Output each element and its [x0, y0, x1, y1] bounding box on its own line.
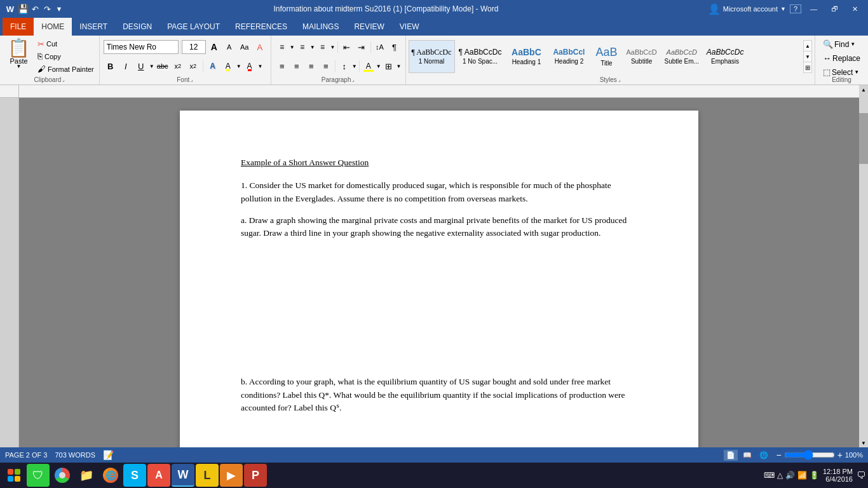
- zoom-in-button[interactable]: +: [837, 450, 843, 460]
- decrease-indent-button[interactable]: ⇤: [340, 40, 354, 54]
- style-emphasis[interactable]: AaBbCcDc Emphasis: [703, 40, 747, 73]
- web-layout-button[interactable]: 🌐: [757, 450, 771, 461]
- taskbar-app-browser[interactable]: 🌐: [99, 464, 122, 487]
- taskbar-app-ppt[interactable]: P: [244, 464, 267, 487]
- close-button[interactable]: ✕: [847, 4, 863, 15]
- document-scroll[interactable]: Example of a Short Answer Question 1. Co…: [19, 85, 859, 447]
- align-right-button[interactable]: ≡: [304, 59, 318, 73]
- style-title[interactable]: AaB Title: [590, 40, 622, 73]
- highlight-arrow[interactable]: ▼: [236, 64, 241, 69]
- styles-scroll-down[interactable]: ▼: [804, 51, 811, 62]
- minimize-button[interactable]: —: [805, 4, 822, 14]
- taskbar-app-orange[interactable]: ▶: [220, 464, 243, 487]
- format-painter-button[interactable]: 🖌 Format Painter: [36, 64, 95, 74]
- tab-home[interactable]: HOME: [34, 18, 72, 36]
- account-area[interactable]: 👤 Microsoft account ▼: [708, 3, 786, 15]
- subscript-button[interactable]: x2: [171, 59, 185, 73]
- bullets-arrow[interactable]: ▼: [290, 44, 295, 50]
- tab-insert[interactable]: INSERT: [72, 18, 115, 36]
- font-shrink-button[interactable]: A: [222, 40, 236, 54]
- shading-arrow[interactable]: ▼: [376, 64, 381, 69]
- print-layout-button[interactable]: 📄: [724, 450, 738, 461]
- scrollbar-down-button[interactable]: ▼: [859, 438, 868, 447]
- taskbar-app-acrobat[interactable]: A: [147, 464, 170, 487]
- network-icon[interactable]: △: [777, 471, 783, 480]
- tab-mailings[interactable]: MAILINGS: [295, 18, 346, 36]
- numbering-arrow[interactable]: ▼: [310, 44, 315, 50]
- underline-arrow[interactable]: ▼: [149, 64, 154, 69]
- taskbar-app-chrome[interactable]: [51, 464, 74, 487]
- zoom-slider[interactable]: [784, 450, 835, 460]
- borders-button[interactable]: ⊞: [382, 59, 396, 73]
- word-icon[interactable]: W: [5, 4, 15, 14]
- borders-arrow[interactable]: ▼: [397, 64, 402, 69]
- volume-icon[interactable]: 🔊: [785, 471, 795, 480]
- copy-button[interactable]: ⎘ Copy: [36, 51, 95, 62]
- scrollbar-thumb[interactable]: [859, 113, 868, 164]
- taskbar-app-word[interactable]: W: [172, 464, 194, 487]
- paste-button[interactable]: 📋 Paste ▼: [4, 38, 34, 75]
- superscript-button[interactable]: x2: [186, 59, 200, 73]
- style-subtitle[interactable]: AaBbCcD Subtitle: [623, 40, 660, 73]
- tab-design[interactable]: DESIGN: [115, 18, 159, 36]
- font-color-button[interactable]: A: [243, 59, 257, 73]
- scrollbar-up-button[interactable]: ▲: [859, 85, 868, 94]
- proofing-icon[interactable]: 📝: [103, 450, 114, 460]
- find-button[interactable]: 🔍 Find ▼: [820, 38, 863, 50]
- styles-expand-icon[interactable]: ⌟: [618, 77, 621, 83]
- sort-button[interactable]: ↕A: [373, 40, 387, 54]
- find-arrow[interactable]: ▼: [850, 41, 855, 47]
- font-expand-icon[interactable]: ⌟: [191, 77, 193, 83]
- multilevel-button[interactable]: ≡: [316, 40, 330, 54]
- select-arrow[interactable]: ▼: [854, 69, 859, 75]
- tab-references[interactable]: REFERENCES: [227, 18, 295, 36]
- restore-button[interactable]: 🗗: [826, 4, 843, 14]
- multilevel-arrow[interactable]: ▼: [330, 44, 336, 50]
- numbering-button[interactable]: ≡: [295, 40, 309, 54]
- tab-view[interactable]: VIEW: [392, 18, 427, 36]
- style-heading2[interactable]: AaBbCcl Heading 2: [548, 40, 590, 73]
- increase-indent-button[interactable]: ⇥: [355, 40, 369, 54]
- highlight-button[interactable]: A: [221, 59, 235, 73]
- save-icon[interactable]: 💾: [18, 4, 28, 14]
- change-case-button[interactable]: Aa: [238, 40, 252, 54]
- cut-button[interactable]: ✂ Cut: [36, 39, 95, 50]
- show-hide-button[interactable]: ¶: [388, 40, 402, 54]
- taskbar-app-store[interactable]: 🛡: [27, 464, 50, 487]
- tab-file[interactable]: FILE: [3, 18, 34, 36]
- tab-page-layout[interactable]: PAGE LAYOUT: [159, 18, 227, 36]
- help-button[interactable]: ?: [790, 4, 801, 13]
- font-grow-button[interactable]: A: [207, 40, 221, 54]
- text-effects-button[interactable]: A: [206, 59, 220, 73]
- taskbar-app-explorer[interactable]: 📁: [75, 464, 98, 487]
- clear-formatting-button[interactable]: A: [253, 40, 267, 54]
- keyboard-icon[interactable]: ⌨: [764, 471, 775, 480]
- strikethrough-button[interactable]: abc: [156, 59, 170, 73]
- font-size-input[interactable]: [182, 40, 206, 54]
- zoom-out-button[interactable]: −: [776, 450, 781, 460]
- tab-review[interactable]: REVIEW: [346, 18, 391, 36]
- account-arrow[interactable]: ▼: [780, 6, 786, 12]
- styles-more-button[interactable]: ⊞: [804, 62, 811, 72]
- battery-icon[interactable]: 🔋: [810, 471, 819, 480]
- action-center-icon[interactable]: 🗨: [857, 470, 865, 480]
- clock[interactable]: 12:18 PM 6/4/2016: [823, 468, 853, 483]
- font-name-input[interactable]: [104, 40, 179, 54]
- line-spacing-arrow[interactable]: ▼: [352, 64, 357, 69]
- underline-button[interactable]: U: [134, 59, 148, 73]
- clipboard-expand-icon[interactable]: ⌟: [62, 77, 65, 83]
- justify-button[interactable]: ≡: [319, 59, 333, 73]
- redo-icon[interactable]: ↷: [42, 4, 52, 14]
- font-color-arrow[interactable]: ▼: [258, 64, 263, 69]
- replace-button[interactable]: ↔ Replace: [820, 52, 863, 64]
- align-center-button[interactable]: ≡: [290, 59, 304, 73]
- undo-icon[interactable]: ↶: [30, 4, 40, 14]
- bold-button[interactable]: B: [104, 59, 118, 73]
- style-normal[interactable]: ¶ AaBbCcDc 1 Normal: [409, 40, 455, 73]
- taskbar-app-skype[interactable]: S: [123, 464, 146, 487]
- bullets-button[interactable]: ≡: [275, 40, 289, 54]
- style-nospace[interactable]: ¶ AaBbCcDc 1 No Spac...: [456, 40, 505, 73]
- customize-icon[interactable]: ▼: [54, 4, 64, 14]
- italic-button[interactable]: I: [119, 59, 133, 73]
- style-heading1[interactable]: AaBbC Heading 1: [505, 40, 547, 73]
